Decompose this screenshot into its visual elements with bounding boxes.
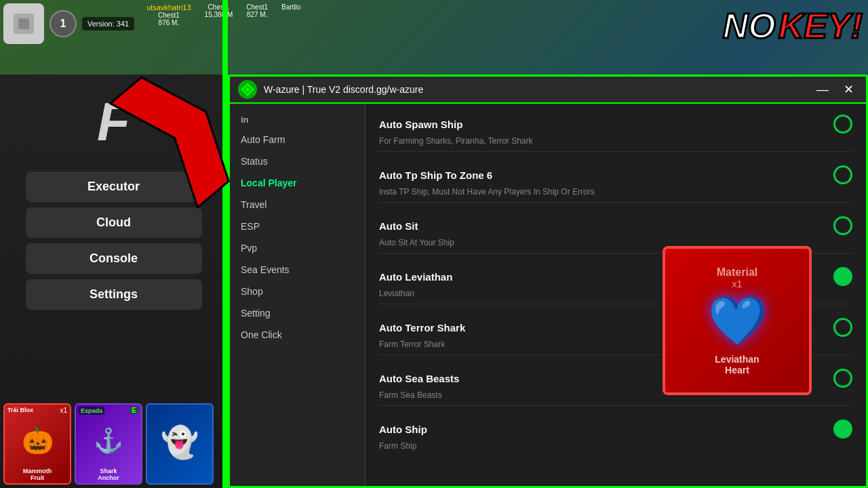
mammoth-icon: 🎃 — [5, 417, 70, 464]
leviathan-heart-icon: 💙 — [708, 293, 767, 348]
no-key-badge: NO KEY! — [723, 5, 863, 46]
window-titlebar: W-azure | True V2 discord.gg/w-azure — ✕ — [230, 77, 866, 104]
window-body: in Auto Farm Status Local Player Travel … — [230, 104, 866, 486]
nav-item-one-click[interactable]: One Click — [230, 324, 365, 346]
inventory-item-espada: Espada E ⚓ SharkAnchor — [75, 403, 142, 485]
executor-button[interactable]: Executor — [26, 171, 202, 202]
toggle-6[interactable] — [833, 420, 852, 439]
inventory-row: Trái Blox x1 🎃 MammothFruit Espada E ⚓ S… — [3, 403, 214, 485]
leviathan-heart-popup: Material x1 💙 LeviathanHeart — [663, 246, 812, 395]
hud-version: Version: 341 — [82, 17, 134, 30]
nav-item-shop[interactable]: Shop — [230, 281, 365, 302]
feature-title-2: Auto Sit — [379, 220, 418, 232]
ghost-icon: 👻 — [147, 415, 212, 469]
cheat-window: W-azure | True V2 discord.gg/w-azure — ✕… — [228, 75, 868, 488]
nav-item-sea-events[interactable]: Sea Events — [230, 259, 365, 281]
toggle-2[interactable] — [833, 216, 852, 235]
feature-title-6: Auto Ship — [379, 424, 427, 435]
roblox-icon — [3, 3, 44, 44]
settings-button[interactable]: Settings — [26, 279, 202, 310]
chest-info-1: utsavkhatri13 Chest1 876 M. — [146, 3, 191, 26]
key-text: KEY! — [778, 5, 863, 46]
nav-item-travel[interactable]: Travel — [230, 194, 365, 216]
nav-item-local-player[interactable]: Local Player — [230, 172, 365, 194]
lev-count: x1 — [732, 279, 743, 289]
nav-item-auto-farm[interactable]: Auto Farm — [230, 129, 365, 150]
inv-label-trai: Trái Blox — [7, 407, 33, 413]
feature-title-5: Auto Sea Beasts — [379, 373, 459, 384]
nav-item-status[interactable]: Status — [230, 150, 365, 172]
feature-title-4: Auto Terror Shark — [379, 322, 465, 333]
feature-title-0: Auto Spawn Ship — [379, 119, 462, 130]
feature-title-3: Auto Leviathan — [379, 271, 452, 283]
feature-desc-0: For Farming Sharks, Piranha, Terror Shar… — [379, 136, 852, 146]
toggle-3[interactable] — [833, 267, 852, 286]
feature-title-1: Auto Tp Ship To Zone 6 — [379, 169, 492, 181]
feature-auto-ship: Auto Ship Farm Ship — [379, 420, 852, 451]
nav-panel: in Auto Farm Status Local Player Travel … — [230, 104, 366, 486]
svg-marker-4 — [245, 87, 250, 92]
content-panel: Auto Spawn Ship For Farming Sharks, Pira… — [366, 104, 866, 486]
game-sidebar: F Executor Cloud Console Settings Trái B… — [0, 75, 227, 488]
feature-desc-1: Insta TP Ship, Must Not Have Any Players… — [379, 187, 852, 197]
minimize-button[interactable]: — — [812, 81, 833, 98]
nav-item-setting[interactable]: Setting — [230, 302, 365, 324]
nav-item-pvp[interactable]: Pvp — [230, 237, 365, 259]
bartilo-info: Bartilo — [281, 3, 300, 26]
feature-auto-spawn-ship: Auto Spawn Ship For Farming Sharks, Pira… — [379, 115, 852, 152]
notification-badge: 1 — [50, 10, 77, 37]
feature-desc-6: Farm Ship — [379, 441, 852, 451]
game-logo: F — [73, 81, 155, 163]
toggle-1[interactable] — [833, 165, 852, 184]
inventory-item-ghost: 👻 — [146, 403, 214, 485]
toggle-4[interactable] — [833, 318, 852, 337]
chest-info-3: Chest1 827 M. — [246, 3, 268, 26]
window-title: W-azure | True V2 discord.gg/w-azure — [264, 84, 806, 95]
espada-badge: E — [130, 407, 138, 414]
inventory-item-mammoth: Trái Blox x1 🎃 MammothFruit — [3, 403, 71, 485]
feature-auto-tp-ship: Auto Tp Ship To Zone 6 Insta TP Ship, Mu… — [379, 165, 852, 203]
inv-count-1: x1 — [60, 407, 67, 414]
f-logo-icon: F — [97, 91, 130, 153]
espada-label: Espada — [79, 407, 104, 415]
cloud-button[interactable]: Cloud — [26, 207, 202, 238]
console-button[interactable]: Console — [26, 243, 202, 274]
close-button[interactable]: ✕ — [840, 81, 858, 98]
chest-info-2: Chest1 15,388 M — [205, 3, 233, 26]
inv-name-espada: SharkAnchor — [76, 468, 141, 481]
toggle-0[interactable] — [833, 115, 852, 134]
no-text: NO — [723, 5, 776, 46]
window-controls: — ✕ — [812, 81, 858, 98]
nav-section-title: in — [230, 110, 365, 129]
nav-item-esp[interactable]: ESP — [230, 216, 365, 237]
window-logo-icon — [238, 80, 257, 99]
svg-rect-1 — [18, 18, 29, 29]
shark-anchor-icon: ⚓ — [76, 417, 141, 464]
inv-name-mammoth: MammothFruit — [5, 468, 70, 481]
lev-heart-name: LeviathanHeart — [715, 354, 759, 375]
green-border-line — [222, 0, 228, 488]
toggle-5[interactable] — [833, 369, 852, 388]
lev-material-text: Material — [717, 266, 757, 279]
